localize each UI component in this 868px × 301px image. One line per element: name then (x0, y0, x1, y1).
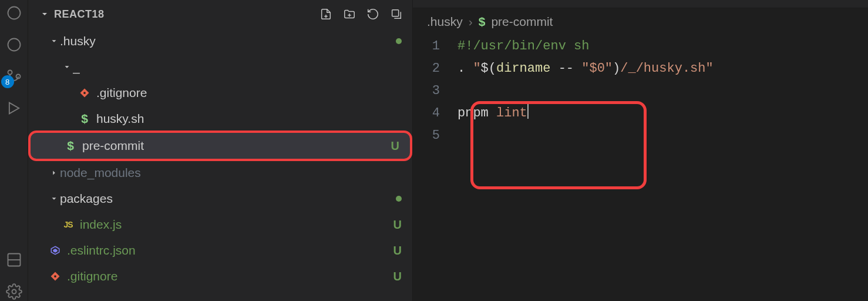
chevron-down-icon (48, 37, 60, 45)
svg-point-1 (8, 39, 20, 51)
editor-tabbar[interactable] (413, 0, 868, 8)
chevron-down-icon (40, 9, 49, 19)
line-number: 1 (413, 35, 457, 58)
file-eslintrc-json[interactable]: .eslintrc.json U (28, 238, 412, 263)
file-pre-commit[interactable]: $ pre-commit U (28, 131, 412, 161)
git-status-untracked: U (393, 270, 402, 283)
breadcrumb-separator-icon: › (469, 15, 473, 29)
line-number: 2 (413, 58, 457, 80)
file-husky-sh[interactable]: $ husky.sh (28, 106, 412, 132)
javascript-file-icon: JS (61, 220, 75, 229)
text-cursor (527, 103, 529, 119)
svg-point-8 (12, 290, 16, 294)
svg-marker-5 (9, 103, 18, 114)
git-file-icon (48, 271, 62, 282)
git-status-untracked: U (391, 139, 399, 153)
folder-husky[interactable]: .husky (28, 28, 412, 54)
shell-file-icon: $ (78, 112, 92, 126)
source-control-badge: 8 (1, 75, 14, 88)
git-modified-dot (396, 38, 402, 44)
folder-packages[interactable]: packages (28, 186, 412, 212)
source-control-icon[interactable]: 8 (5, 67, 23, 86)
shell-file-icon: $ (63, 139, 78, 153)
svg-point-17 (54, 275, 56, 277)
chevron-down-icon (48, 195, 60, 203)
activity-unknown-icon-3[interactable] (5, 99, 23, 118)
file-gitignore-root[interactable]: .gitignore U (28, 263, 412, 289)
explorer-header[interactable]: REACT18 (28, 0, 412, 28)
project-root-label: REACT18 (54, 8, 105, 21)
svg-marker-16 (53, 249, 58, 253)
folder-underscore[interactable]: _ (28, 54, 412, 80)
svg-point-2 (8, 71, 12, 75)
breadcrumb-folder[interactable]: .husky (427, 15, 463, 29)
breadcrumb-file[interactable]: pre-commit (491, 15, 553, 29)
collapse-all-icon[interactable] (390, 8, 403, 21)
explorer-sidebar: REACT18 .husky _ .gitignore $ husky.sh (28, 0, 412, 301)
svg-point-14 (83, 92, 86, 94)
git-file-icon (78, 88, 92, 98)
folder-node-modules[interactable]: node_modules (28, 160, 412, 186)
editor-area: .husky › $ pre-commit 1 #!/usr/bin/env s… (412, 0, 868, 301)
chevron-down-icon (61, 63, 73, 71)
git-modified-dot (396, 196, 402, 202)
code-editor[interactable]: 1 #!/usr/bin/env sh 2 . "$(dirname -- "$… (413, 35, 868, 301)
breadcrumb[interactable]: .husky › $ pre-commit (413, 8, 868, 35)
svg-point-0 (8, 7, 20, 19)
new-folder-icon[interactable] (343, 8, 356, 21)
eslint-file-icon (48, 245, 62, 256)
shell-file-icon: $ (479, 15, 486, 29)
file-gitignore-inner[interactable]: .gitignore (28, 80, 412, 106)
svg-rect-13 (392, 10, 399, 16)
git-status-untracked: U (393, 218, 402, 232)
git-status-untracked: U (393, 244, 402, 257)
activity-unknown-icon-1[interactable] (5, 4, 23, 22)
file-tree: .husky _ .gitignore $ husky.sh $ pre-com… (28, 28, 412, 301)
activity-unknown-icon-2[interactable] (5, 35, 23, 54)
chevron-right-icon (48, 169, 60, 177)
settings-gear-icon[interactable] (5, 282, 23, 301)
line-number: 3 (413, 80, 457, 102)
refresh-icon[interactable] (366, 8, 379, 21)
layout-icon[interactable] (5, 250, 23, 269)
line-number: 5 (413, 125, 457, 147)
file-index-js[interactable]: JS index.js U (28, 212, 412, 238)
new-file-icon[interactable] (319, 8, 332, 21)
line-number: 4 (413, 102, 457, 125)
activity-bar: 8 (0, 0, 28, 301)
